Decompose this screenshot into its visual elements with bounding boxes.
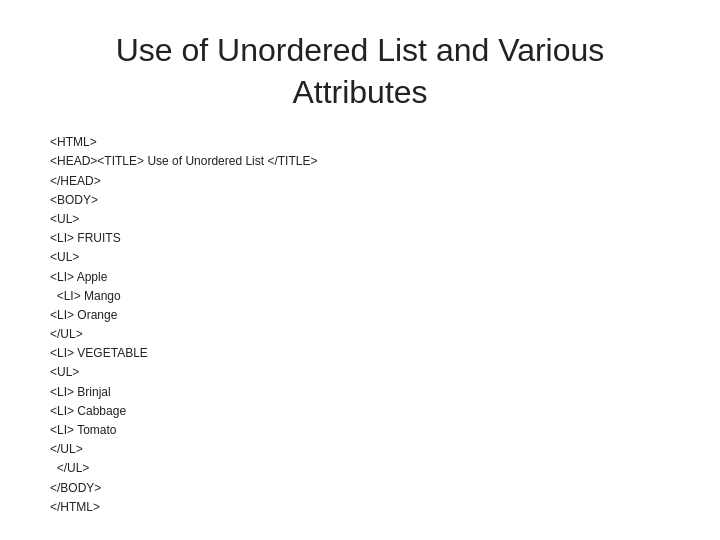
code-line: </UL> [50,459,680,478]
code-line: <HEAD><TITLE> Use of Unordered List </TI… [50,152,680,171]
code-line: <UL> [50,363,680,382]
code-line: <LI> VEGETABLE [50,344,680,363]
code-line: </UL> [50,325,680,344]
title-line2: Attributes [292,74,427,110]
code-line: <LI> Apple [50,268,680,287]
code-line: <LI> Brinjal [50,383,680,402]
code-line: <BODY> [50,191,680,210]
code-line: </UL> [50,440,680,459]
code-line: <LI> Cabbage [50,402,680,421]
code-block: <HTML><HEAD><TITLE> Use of Unordered Lis… [50,133,680,517]
code-line: <UL> [50,248,680,267]
code-line: <HTML> [50,133,680,152]
code-line: <LI> Orange [50,306,680,325]
code-line: <LI> Tomato [50,421,680,440]
code-line: <UL> [50,210,680,229]
code-line: <LI> FRUITS [50,229,680,248]
page-container: Use of Unordered List and Various Attrib… [0,0,720,540]
code-line: </HEAD> [50,172,680,191]
title-line1: Use of Unordered List and Various [116,32,605,68]
code-line: </HTML> [50,498,680,517]
title-block: Use of Unordered List and Various Attrib… [40,20,680,113]
code-line: </BODY> [50,479,680,498]
main-title: Use of Unordered List and Various Attrib… [40,30,680,113]
code-line: <LI> Mango [50,287,680,306]
